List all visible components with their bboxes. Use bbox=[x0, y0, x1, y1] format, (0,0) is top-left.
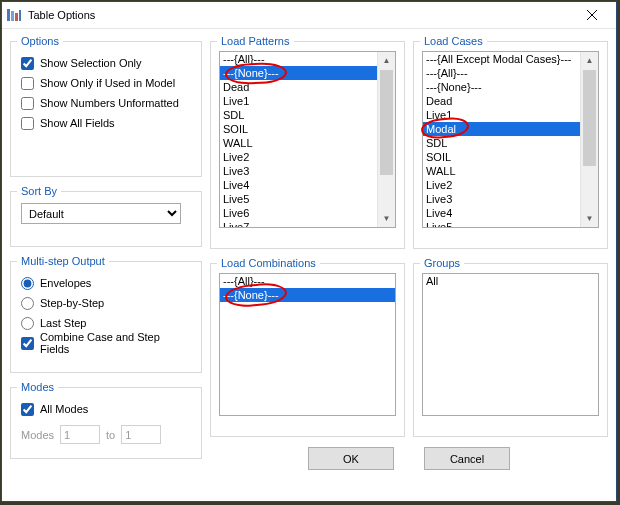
load-combinations-listbox[interactable]: ---{All}------{None}--- bbox=[220, 274, 395, 415]
options-checkbox[interactable]: Show Numbers Unformatted bbox=[21, 93, 191, 113]
modes-to-input[interactable] bbox=[121, 425, 161, 444]
options-checkbox-label: Show Numbers Unformatted bbox=[40, 97, 179, 109]
svg-rect-2 bbox=[15, 13, 18, 21]
load-patterns-legend: Load Patterns bbox=[217, 35, 294, 47]
options-checkbox-label: Show Only if Used in Model bbox=[40, 77, 175, 89]
combine-checkbox[interactable]: Combine Case and Step Fields bbox=[21, 333, 191, 353]
list-item[interactable]: SDL bbox=[220, 108, 377, 122]
combine-checkbox-label: Combine Case and Step Fields bbox=[40, 331, 191, 355]
load-cases-group: Load Cases ---{All Except Modal Cases}--… bbox=[413, 35, 608, 249]
list-item[interactable]: ---{None}--- bbox=[423, 80, 580, 94]
load-cases-listbox[interactable]: ---{All Except Modal Cases}------{All}--… bbox=[423, 52, 580, 227]
titlebar: Table Options bbox=[2, 2, 616, 29]
scroll-down-icon[interactable]: ▼ bbox=[581, 210, 598, 227]
scroll-thumb[interactable] bbox=[583, 70, 596, 166]
modes-from-input[interactable] bbox=[60, 425, 100, 444]
load-patterns-listbox[interactable]: ---{All}------{None}---DeadLive1SDLSOILW… bbox=[220, 52, 377, 227]
list-item[interactable]: ---{None}--- bbox=[220, 66, 377, 80]
multistep-radio-label: Last Step bbox=[40, 317, 86, 329]
window-title: Table Options bbox=[28, 9, 572, 21]
modes-legend: Modes bbox=[17, 381, 58, 393]
svg-rect-0 bbox=[7, 9, 10, 21]
list-item[interactable]: SDL bbox=[423, 136, 580, 150]
load-cases-legend: Load Cases bbox=[420, 35, 487, 47]
multistep-radio[interactable]: Step-by-Step bbox=[21, 293, 191, 313]
list-item[interactable]: Live2 bbox=[423, 178, 580, 192]
list-item[interactable]: Live5 bbox=[220, 192, 377, 206]
list-item[interactable]: ---{All}--- bbox=[220, 52, 377, 66]
multistep-radio-label: Step-by-Step bbox=[40, 297, 104, 309]
list-item[interactable]: ---{None}--- bbox=[220, 288, 395, 302]
options-group: Options Show Selection OnlyShow Only if … bbox=[10, 35, 202, 177]
scrollbar[interactable]: ▲ ▼ bbox=[377, 52, 395, 227]
list-item[interactable]: SOIL bbox=[423, 150, 580, 164]
close-icon bbox=[587, 10, 597, 20]
cancel-button[interactable]: Cancel bbox=[424, 447, 510, 470]
list-item[interactable]: Dead bbox=[220, 80, 377, 94]
options-checkbox-label: Show All Fields bbox=[40, 117, 115, 129]
list-item[interactable]: Live4 bbox=[220, 178, 377, 192]
modes-from-label: Modes bbox=[21, 429, 54, 441]
scroll-up-icon[interactable]: ▲ bbox=[581, 52, 598, 69]
left-column: Options Show Selection OnlyShow Only if … bbox=[10, 35, 202, 497]
list-item[interactable]: Live3 bbox=[423, 192, 580, 206]
list-item[interactable]: Live3 bbox=[220, 164, 377, 178]
sortby-group: Sort By Default bbox=[10, 185, 202, 247]
close-button[interactable] bbox=[572, 5, 612, 25]
list-item[interactable]: Live1 bbox=[220, 94, 377, 108]
list-item[interactable]: WALL bbox=[423, 164, 580, 178]
list-item[interactable]: Dead bbox=[423, 94, 580, 108]
scrollbar[interactable]: ▲ ▼ bbox=[580, 52, 598, 227]
options-checkbox[interactable]: Show Only if Used in Model bbox=[21, 73, 191, 93]
multistep-radio[interactable]: Envelopes bbox=[21, 273, 191, 293]
multistep-group: Multi-step Output EnvelopesStep-by-StepL… bbox=[10, 255, 202, 373]
ok-button[interactable]: OK bbox=[308, 447, 394, 470]
load-patterns-group: Load Patterns ---{All}------{None}---Dea… bbox=[210, 35, 405, 249]
sortby-legend: Sort By bbox=[17, 185, 61, 197]
multistep-legend: Multi-step Output bbox=[17, 255, 109, 267]
scroll-thumb[interactable] bbox=[380, 70, 393, 175]
scroll-down-icon[interactable]: ▼ bbox=[378, 210, 395, 227]
groups-group: Groups All bbox=[413, 257, 608, 437]
all-modes-label: All Modes bbox=[40, 403, 88, 415]
list-item[interactable]: SOIL bbox=[220, 122, 377, 136]
right-column: Load Patterns ---{All}------{None}---Dea… bbox=[210, 35, 608, 497]
modes-to-label: to bbox=[106, 429, 115, 441]
modes-group: Modes All Modes Modes to bbox=[10, 381, 202, 459]
list-item[interactable]: ---{All Except Modal Cases}--- bbox=[423, 52, 580, 66]
groups-listbox[interactable]: All bbox=[423, 274, 598, 415]
list-item[interactable]: Live7 bbox=[220, 220, 377, 227]
scroll-up-icon[interactable]: ▲ bbox=[378, 52, 395, 69]
list-item[interactable]: Live1 bbox=[423, 108, 580, 122]
list-item[interactable]: Live6 bbox=[220, 206, 377, 220]
content-area: Options Show Selection OnlyShow Only if … bbox=[2, 29, 616, 501]
list-item[interactable]: Live5 bbox=[423, 220, 580, 227]
app-icon bbox=[6, 7, 22, 23]
multistep-radio[interactable]: Last Step bbox=[21, 313, 191, 333]
list-item[interactable]: Live4 bbox=[423, 206, 580, 220]
dialog-buttons: OK Cancel bbox=[210, 437, 608, 482]
list-item[interactable]: ---{All}--- bbox=[423, 66, 580, 80]
multistep-radio-label: Envelopes bbox=[40, 277, 91, 289]
sortby-select[interactable]: Default bbox=[21, 203, 181, 224]
options-checkbox[interactable]: Show All Fields bbox=[21, 113, 191, 133]
list-item[interactable]: Modal bbox=[423, 122, 580, 136]
load-combinations-group: Load Combinations ---{All}------{None}--… bbox=[210, 257, 405, 437]
groups-legend: Groups bbox=[420, 257, 464, 269]
all-modes-checkbox[interactable]: All Modes bbox=[21, 399, 191, 419]
list-item[interactable]: All bbox=[423, 274, 598, 288]
load-combinations-legend: Load Combinations bbox=[217, 257, 320, 269]
options-legend: Options bbox=[17, 35, 63, 47]
options-checkbox-label: Show Selection Only bbox=[40, 57, 142, 69]
svg-rect-1 bbox=[11, 11, 14, 21]
list-item[interactable]: WALL bbox=[220, 136, 377, 150]
options-checkbox[interactable]: Show Selection Only bbox=[21, 53, 191, 73]
dialog-window: Table Options Options Show Selection Onl… bbox=[1, 1, 617, 502]
svg-rect-3 bbox=[19, 10, 21, 21]
list-item[interactable]: ---{All}--- bbox=[220, 274, 395, 288]
list-item[interactable]: Live2 bbox=[220, 150, 377, 164]
